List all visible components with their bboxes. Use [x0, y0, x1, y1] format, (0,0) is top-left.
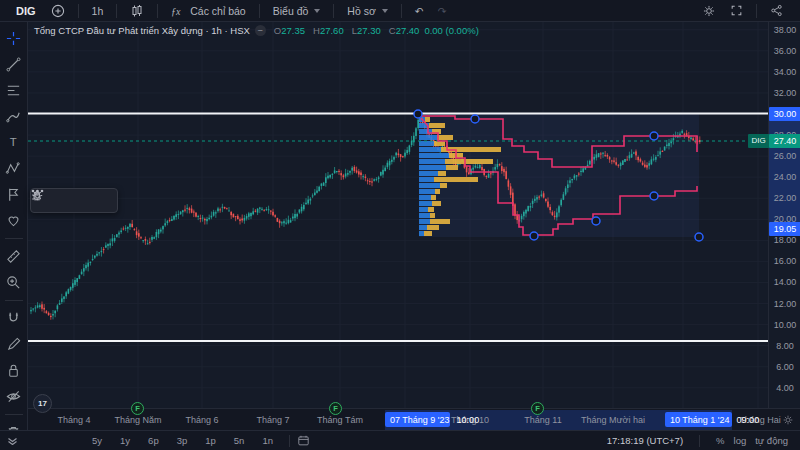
price-tick-label: 24.00	[769, 172, 800, 182]
price-tick-label: 4.00	[769, 383, 800, 393]
time-axis[interactable]: Tháng 4Tháng NămTháng 6Tháng 7Tháng TámT…	[28, 408, 800, 430]
text-tool[interactable]: T	[2, 131, 26, 154]
more-options-button[interactable]	[31, 189, 44, 193]
range-button-1y[interactable]: 1y	[111, 435, 139, 446]
percent-scale-toggle[interactable]: %	[716, 435, 724, 446]
range-button-6p[interactable]: 6p	[139, 435, 168, 446]
financial-report-marker[interactable]: F	[131, 402, 144, 415]
price-tick-label: 16.00	[769, 256, 800, 266]
symbol-add-button[interactable]	[44, 0, 72, 21]
clock-display[interactable]: 17:18:19 (UTC+7)	[607, 435, 683, 446]
toolbar-divider	[116, 4, 117, 18]
emoji-tool[interactable]	[2, 209, 26, 232]
financial-report-marker[interactable]: F	[531, 402, 544, 415]
toolbar-divider	[289, 435, 290, 447]
collapse-panel-chevron-icon[interactable]	[7, 437, 18, 445]
top-toolbar: DIG 1h ƒx Các chỉ báo Biểu đồ Hồ sơ	[0, 0, 800, 22]
symbol-button[interactable]: DIG	[0, 5, 44, 17]
financial-report-marker[interactable]: F	[329, 402, 342, 415]
go-to-date-button[interactable]	[297, 434, 310, 447]
fib-retracement-tool[interactable]	[2, 79, 26, 102]
toolbar-divider	[5, 238, 23, 239]
price-tick-label: 12.00	[769, 299, 800, 309]
price-plot[interactable]	[28, 22, 768, 408]
toolbar-divider	[5, 300, 23, 301]
auto-scale-toggle[interactable]: tự động	[755, 435, 788, 446]
range-button-5y[interactable]: 5y	[83, 435, 111, 446]
toolbar-divider	[259, 4, 260, 18]
price-tick-label: 38.00	[769, 25, 800, 35]
fullscreen-button[interactable]	[723, 0, 750, 21]
last-price-label: 27.40	[769, 134, 800, 148]
range-button-1p[interactable]: 1p	[196, 435, 225, 446]
price-axis[interactable]: 38.0036.0034.0032.0030.0028.0026.0024.00…	[768, 22, 800, 408]
price-tick-label: 8.00	[769, 341, 800, 351]
toolbar-divider	[333, 4, 334, 18]
chart-pane[interactable]: Tổng CTCP Đầu tư Phát triển Xây dựng · 1…	[28, 22, 768, 408]
candlestick-icon	[130, 4, 144, 18]
xabcd-pattern-tool[interactable]	[2, 157, 26, 180]
close-label: C	[389, 25, 396, 36]
redo-button[interactable]: ↷	[431, 0, 454, 21]
collapse-legend-icon[interactable]: –	[255, 25, 266, 36]
share-icon	[770, 4, 783, 17]
toolbar-divider	[78, 4, 79, 18]
brush-tool[interactable]	[2, 105, 26, 128]
toolbar-divider	[157, 4, 158, 18]
chart-settings-button[interactable]	[695, 0, 723, 21]
profile-menu-button[interactable]: Hồ sơ	[340, 0, 394, 21]
svg-text:T: T	[10, 136, 17, 148]
measure-tool[interactable]	[2, 245, 26, 268]
toolbar-divider	[401, 4, 402, 18]
timeframe-group: 5y1y6p3p1p5n1n	[83, 435, 282, 446]
fullscreen-icon	[730, 4, 743, 17]
indicators-button[interactable]: ƒx Các chỉ báo	[164, 0, 252, 21]
tradingview-logo[interactable]: 17	[33, 394, 52, 413]
time-tick-label: Tháng 4	[57, 415, 90, 425]
toolbar-divider	[756, 4, 757, 18]
lock-all-tool[interactable]	[2, 359, 26, 382]
symbol-price-badge: DIG	[748, 134, 769, 148]
log-scale-toggle[interactable]: log	[734, 435, 747, 446]
toolbar-divider	[5, 414, 23, 415]
price-tick-label: 18.00	[769, 235, 800, 245]
forecast-tool[interactable]	[2, 183, 26, 206]
bottom-toolbar: 5y1y6p3p1p5n1n 17:18:19 (UTC+7) % log tự…	[0, 430, 800, 450]
time-tick-label: Tháng 11	[524, 415, 561, 425]
trendline-tool[interactable]	[2, 53, 26, 76]
share-button[interactable]	[763, 0, 790, 21]
range-button-5n[interactable]: 5n	[225, 435, 254, 446]
drawing-mode-tool[interactable]	[2, 333, 26, 356]
crosshair-tool[interactable]	[2, 27, 26, 50]
price-tick-label: 34.00	[769, 67, 800, 77]
hide-drawings-tool[interactable]	[2, 385, 26, 408]
legend: Tổng CTCP Đầu tư Phát triển Xây dựng · 1…	[34, 25, 479, 36]
price-tick-label: 10.00	[769, 320, 800, 330]
gear-icon	[702, 4, 716, 18]
price-tick-label: 22.00	[769, 193, 800, 203]
time-axis-settings-icon[interactable]	[782, 414, 794, 426]
undo-button[interactable]: ↶	[408, 0, 431, 21]
price-tick-label: 32.00	[769, 88, 800, 98]
plus-circle-icon	[51, 4, 65, 18]
time-tick-label: Tháng Tám	[317, 415, 363, 425]
trading-app: DIG 1h ƒx Các chỉ báo Biểu đồ Hồ sơ	[0, 0, 800, 450]
time-tick-label: Tháng Năm	[114, 415, 161, 425]
layout-button[interactable]: Biểu đồ	[266, 0, 328, 21]
range-button-3p[interactable]: 3p	[168, 435, 197, 446]
drawing-context-toolbar	[30, 188, 118, 213]
drawing-toolbar: T	[0, 22, 28, 450]
range-button-1n[interactable]: 1n	[253, 435, 282, 446]
close-value: 27.40	[396, 25, 420, 36]
high-value: 27.60	[320, 25, 344, 36]
legend-title[interactable]: Tổng CTCP Đầu tư Phát triển Xây dựng · 1…	[34, 25, 250, 36]
price-tick-label: 26.00	[769, 151, 800, 161]
interval-button[interactable]: 1h	[85, 0, 111, 21]
change-value: 0.00 (0.00%)	[424, 25, 478, 36]
chart-style-button[interactable]	[123, 0, 151, 21]
time-range-chip: 07 Tháng 9 '2310:00	[385, 412, 450, 427]
magnet-tool[interactable]	[2, 307, 26, 330]
price-level-label: 30.00	[769, 107, 800, 121]
time-tick-label: Tháng 6	[185, 415, 218, 425]
zoom-in-tool[interactable]	[2, 271, 26, 294]
